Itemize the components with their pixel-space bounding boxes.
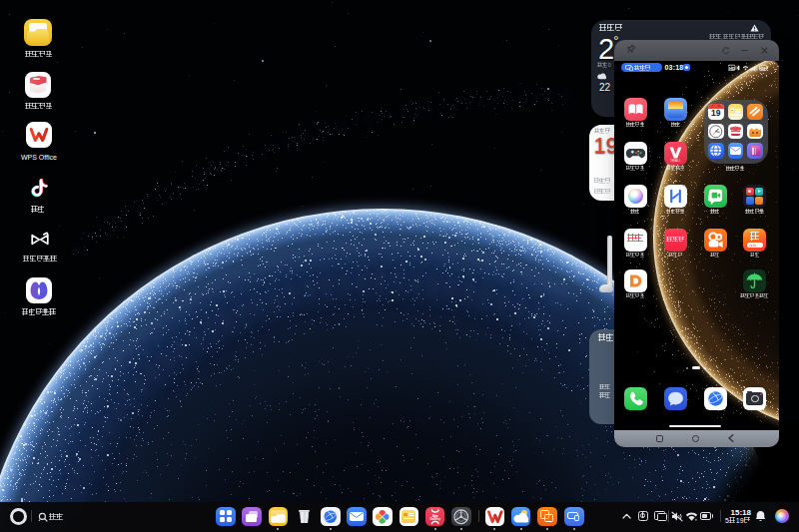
svg-text:Gallery: Gallery <box>429 517 440 521</box>
